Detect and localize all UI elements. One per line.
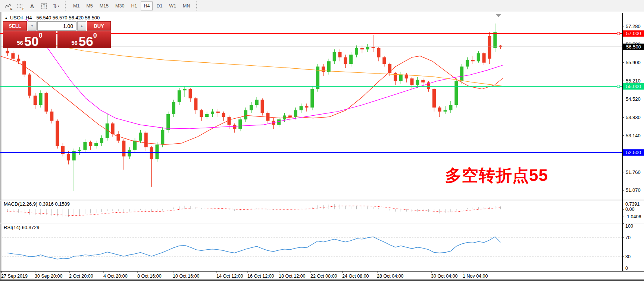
ma-fast-red-line [0, 56, 503, 144]
price-tick-label: 51.760 [626, 169, 641, 175]
bid-price-panel[interactable]: 56 50 0 [3, 31, 56, 48]
price-badge-label: 52.500 [626, 150, 641, 155]
sell-button[interactable]: SELL [3, 21, 27, 31]
rsi-indicator-label: RSI(14) 60.3729 [4, 225, 39, 230]
date-tick-label: 14 Oct 12:00 [216, 274, 243, 279]
date-tick-label: 22 Oct 08:00 [310, 274, 337, 279]
price-badge-label: 57.000 [626, 31, 641, 36]
candlestick-series [6, 24, 503, 191]
date-tick-label: 10 Oct 16:00 [173, 274, 200, 279]
macd-tick-label: 0.00 [625, 207, 634, 212]
date-tick-label: 2 Oct 20:00 [69, 274, 93, 279]
down-arrow-icon: ▼ [31, 24, 34, 28]
price-badge-label: 56.500 [626, 44, 641, 50]
chart-annotation-text: 多空转折点55 [445, 165, 548, 187]
line-handle-marker [617, 85, 620, 88]
one-click-trading-panel: SELL ▼ ▲ BUY 56 50 0 56 56 0 [3, 21, 111, 48]
price-tick-label: 53.140 [626, 133, 641, 138]
collapse-triangle-icon[interactable]: ▲ [4, 16, 8, 20]
chart-title: ▲ USOil-,H4 56.540 56.570 56.420 56.500 [4, 15, 100, 21]
price-tick-label: 53.830 [626, 115, 641, 120]
date-tick-label: 4 Oct 20:00 [103, 274, 128, 279]
last-bar-marker-icon [495, 14, 501, 17]
rsi-tick-label: 0 [625, 266, 628, 271]
bid-price-big: 50 [24, 36, 39, 47]
macd-signal-line [7, 206, 501, 216]
ask-price-big: 56 [79, 36, 93, 47]
price-tick-label: 55.210 [626, 78, 641, 84]
window-bottom-edge [0, 280, 644, 281]
price-badge-label: 55.000 [626, 84, 641, 89]
date-tick-label: 18 Oct 12:00 [279, 274, 306, 279]
ohlc-values-label: 56.540 56.570 56.420 56.500 [36, 15, 100, 21]
price-tick-label: 57.280 [626, 24, 641, 29]
date-tick-label: 30 Sep 20:00 [35, 274, 62, 279]
trading-app-window: E F A T ⇅ ▾ M1M5M15M30H1H4D1W1MN 57.2805… [0, 0, 644, 281]
price-tick-label: 55.900 [626, 60, 641, 65]
date-tick-label: 16 Oct 12:00 [247, 274, 274, 279]
volume-down-stepper[interactable]: ▼ [28, 21, 37, 31]
rsi-tick-label: 100 [625, 224, 633, 229]
rsi-tick-label: 30 [625, 254, 631, 259]
bid-price-small: 56 [17, 40, 23, 46]
date-tick-label: 8 Oct 16:00 [137, 274, 162, 279]
ask-price-small: 56 [71, 40, 78, 46]
up-arrow-icon: ▲ [80, 24, 83, 28]
buy-button[interactable]: BUY [87, 21, 111, 31]
macd-tick-label: -1.0406 [625, 214, 641, 219]
line-handle-marker [617, 32, 620, 35]
date-tick-label: 30 Oct 04:00 [431, 274, 458, 279]
macd-tick-label: 0.7391 [625, 202, 640, 207]
price-tick-label: 51.070 [626, 187, 641, 193]
date-tick-label: 27 Sep 2019 [1, 274, 28, 279]
price-tick-label: 54.520 [626, 96, 641, 102]
date-tick-label: 28 Oct 04:00 [377, 274, 404, 279]
ma-slow-orange-line [49, 44, 504, 86]
symbol-timeframe-label: USOil-,H4 [10, 15, 32, 21]
macd-indicator-label: MACD(12,26,9) 0.3916 0.1589 [4, 201, 70, 207]
rsi-tick-label: 70 [625, 235, 631, 240]
rsi-line [7, 237, 501, 259]
volume-input[interactable] [37, 21, 76, 31]
ask-price-sup: 0 [93, 32, 97, 40]
bid-price-sup: 0 [39, 32, 43, 40]
date-tick-label: 24 Oct 08:00 [342, 274, 369, 279]
date-tick-label: 1 Nov 04:00 [463, 274, 488, 279]
ask-price-panel[interactable]: 56 56 0 [57, 31, 111, 48]
volume-up-stepper[interactable]: ▲ [77, 21, 86, 31]
